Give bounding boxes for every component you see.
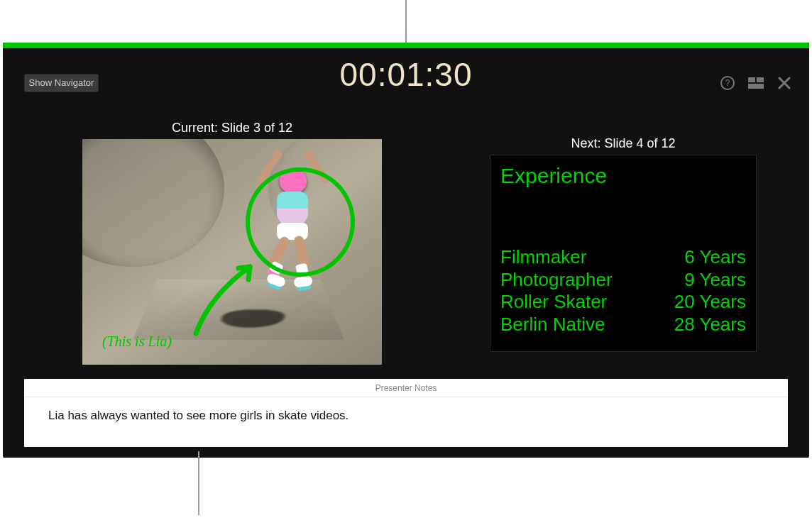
svg-rect-2 bbox=[748, 77, 755, 82]
presenter-notes-text[interactable]: Lia has always wanted to see more girls … bbox=[24, 397, 788, 447]
app-stage: Show Navigator 00:01:30 ? Current: Slide… bbox=[0, 0, 812, 530]
elapsed-timer: 00:01:30 bbox=[3, 55, 809, 94]
help-icon[interactable]: ? bbox=[720, 75, 735, 91]
svg-rect-3 bbox=[757, 77, 764, 82]
callout-tick-bottom bbox=[198, 451, 199, 515]
list-item: Roller Skater20 Years bbox=[500, 291, 746, 314]
close-icon[interactable] bbox=[777, 75, 792, 91]
elapsed-progress-bar bbox=[3, 43, 809, 48]
next-slide-label: Next: Slide 4 of 12 bbox=[490, 136, 757, 151]
svg-text:?: ? bbox=[725, 78, 730, 88]
presenter-notes-panel: Presenter Notes Lia has always wanted to… bbox=[24, 379, 788, 447]
current-slide-preview[interactable]: (This is Lia) bbox=[82, 139, 382, 365]
current-slide-label: Current: Slide 3 of 12 bbox=[82, 121, 382, 136]
list-item: Photographer9 Years bbox=[500, 269, 746, 292]
svg-rect-4 bbox=[748, 84, 764, 89]
next-slide-preview[interactable]: Experience Filmmaker6 Years Photographer… bbox=[490, 155, 757, 352]
slide-photo bbox=[82, 139, 382, 365]
top-right-controls: ? bbox=[720, 75, 792, 91]
layout-icon[interactable] bbox=[748, 75, 764, 91]
experience-list: Filmmaker6 Years Photographer9 Years Rol… bbox=[500, 246, 746, 336]
next-slide-title: Experience bbox=[490, 155, 756, 192]
presenter-notes-header: Presenter Notes bbox=[24, 379, 788, 397]
list-item: Filmmaker6 Years bbox=[500, 246, 746, 269]
presenter-display: Show Navigator 00:01:30 ? Current: Slide… bbox=[3, 43, 809, 458]
list-item: Berlin Native28 Years bbox=[500, 314, 746, 336]
annotation-caption: (This is Lia) bbox=[102, 333, 172, 350]
